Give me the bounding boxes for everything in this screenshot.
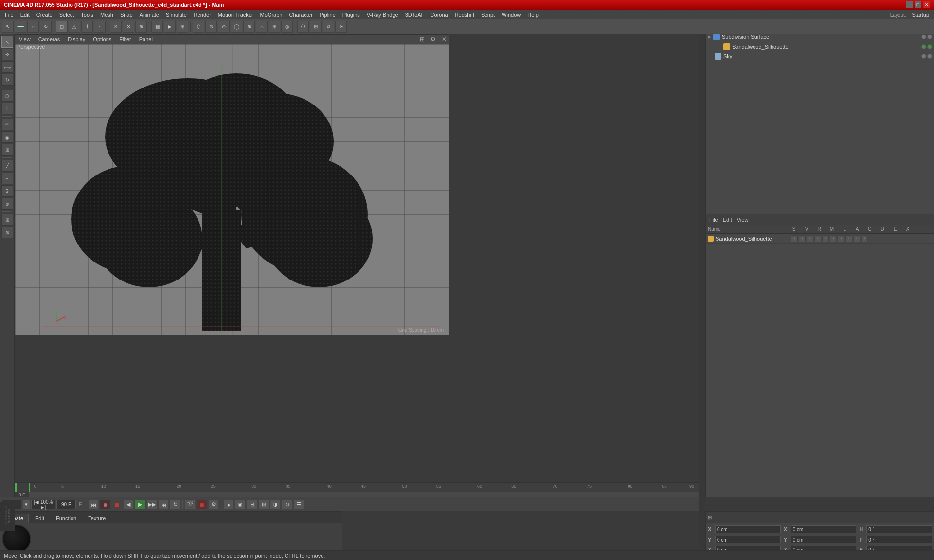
tab-function[interactable]: Function	[51, 514, 82, 523]
vis-dot-2[interactable]	[927, 35, 932, 39]
transport-key6[interactable]: ⊙	[282, 499, 292, 510]
toolbar-point-mode[interactable]: ·	[94, 21, 106, 33]
transport-render[interactable]: 🎬	[185, 499, 196, 510]
transport-go-start[interactable]: ⏮	[88, 499, 99, 510]
menu-mesh[interactable]: Mesh	[97, 11, 116, 18]
left-tool-spline[interactable]: ⌇	[1, 103, 13, 114]
left-tool-scale[interactable]: ⟺	[1, 61, 13, 73]
left-tool-3d[interactable]: ◉	[1, 131, 13, 143]
viewport-menu-view[interactable]: View	[17, 36, 33, 42]
menu-vray[interactable]: V-Ray Bridge	[364, 11, 401, 18]
object-row-sky[interactable]: Sky	[706, 52, 934, 61]
left-tool-paint[interactable]: ✏	[1, 119, 13, 130]
toolbar-rotate-tool[interactable]: ↻	[40, 21, 52, 33]
transport-go-end[interactable]: ⏭	[158, 499, 169, 510]
left-tool-poly[interactable]: ⬡	[1, 90, 13, 102]
viewport-menu-options[interactable]: Options	[91, 36, 113, 42]
transport-key[interactable]: ♦	[223, 499, 234, 510]
left-tool-s[interactable]: S	[1, 185, 13, 197]
coord-x-pos-input[interactable]: 0 cm	[715, 525, 781, 533]
attr-btn-r[interactable]: ·	[807, 235, 813, 242]
menu-render[interactable]: Render	[191, 11, 214, 18]
toolbar-snap-tool-3[interactable]: ⊕	[135, 21, 147, 33]
attr-btn-x[interactable]: ·	[861, 235, 868, 242]
toolbar-deformer[interactable]: ⌓	[256, 21, 268, 33]
coord-p-input[interactable]: 0 °	[866, 536, 932, 543]
toolbar-cube[interactable]: ⬡	[193, 21, 204, 33]
left-tool-move[interactable]: ✛	[1, 49, 13, 60]
toolbar-light[interactable]: ⊙	[218, 21, 230, 33]
menu-select[interactable]: Select	[56, 11, 77, 18]
toolbar-cursor-tool[interactable]: ↖	[2, 21, 14, 33]
vis-dot-4[interactable]	[927, 44, 932, 49]
menu-redshift[interactable]: Redshift	[452, 11, 477, 18]
transport-key3[interactable]: ⊞	[247, 499, 257, 510]
attr-btn-a[interactable]: ·	[830, 235, 837, 242]
menu-edit[interactable]: Edit	[18, 11, 33, 18]
layout-mode[interactable]: Startup	[909, 11, 932, 18]
toolbar-render-scene[interactable]: ⊞	[177, 21, 188, 33]
coord-y-pos-input[interactable]: 0 cm	[715, 536, 781, 543]
menu-mograph[interactable]: MoGraph	[257, 11, 286, 18]
vis-dot-1[interactable]	[921, 35, 926, 39]
attr-btn-s[interactable]: ·	[791, 235, 798, 242]
attr-row-sandalwood[interactable]: Sandalwood_Silhouette · · · · · · · · · …	[706, 234, 934, 244]
menu-simulate[interactable]: Simulate	[163, 11, 190, 18]
viewport-menu-panel[interactable]: Panel	[137, 36, 155, 42]
attr-btn-e[interactable]: ·	[853, 235, 860, 242]
timeline-ruler[interactable]: 0 5 10 15 20 25 30 35 40 45 50 55 60 65 …	[15, 483, 699, 492]
menu-help[interactable]: Help	[524, 11, 541, 18]
menu-tools[interactable]: Tools	[78, 11, 96, 18]
vis-dot-5[interactable]	[921, 54, 926, 59]
toolbar-layer[interactable]: ⧉	[323, 21, 334, 33]
toolbar-camera[interactable]: ⊙	[205, 21, 217, 33]
toolbar-floor[interactable]: ⊞	[269, 21, 280, 33]
attr-btn-m[interactable]: ·	[814, 235, 821, 242]
menu-3dtoall[interactable]: 3DToAll	[402, 11, 427, 18]
toolbar-render-region[interactable]: ▦	[151, 21, 163, 33]
toolbar-snap-tool[interactable]: ✕	[110, 21, 122, 33]
transport-step-back[interactable]: ◀	[123, 499, 134, 510]
toolbar-xpresso[interactable]: ⊞	[310, 21, 322, 33]
end-frame-field[interactable]: 90 F	[56, 500, 76, 509]
left-tool-uvw[interactable]: ⊞	[1, 144, 13, 156]
viewport-menu-filter[interactable]: Filter	[117, 36, 133, 42]
toolbar-edge-mode[interactable]: ⌇	[81, 21, 93, 33]
tab-texture[interactable]: Texture	[83, 514, 111, 523]
attr-menu-edit[interactable]: Edit	[721, 217, 734, 223]
menu-motion-tracker[interactable]: Motion Tracker	[215, 11, 256, 18]
transport-record[interactable]: ⏺	[100, 499, 110, 510]
transport-key7[interactable]: ☰	[293, 499, 304, 510]
menu-window[interactable]: Window	[499, 11, 523, 18]
menu-script[interactable]: Script	[478, 11, 498, 18]
menu-snap[interactable]: Snap	[117, 11, 136, 18]
left-tool-particles[interactable]: ⊛	[1, 227, 13, 238]
toolbar-timeline[interactable]: ⏱	[297, 21, 309, 33]
toolbar-enviro[interactable]: ◎	[281, 21, 293, 33]
transport-loop[interactable]: ↻	[170, 499, 180, 510]
viewport-maximize[interactable]: ⊞	[420, 36, 425, 43]
transport-key2[interactable]: ◉	[235, 499, 246, 510]
left-tool-selection[interactable]: ↖	[1, 36, 13, 48]
toolbar-render-view[interactable]: ▶	[164, 21, 176, 33]
close-button[interactable]: ✕	[923, 1, 930, 8]
menu-character[interactable]: Character	[286, 11, 315, 18]
tab-edit[interactable]: Edit	[30, 514, 50, 523]
menu-corona[interactable]: Corona	[428, 11, 451, 18]
attr-menu-file[interactable]: File	[708, 217, 719, 223]
viewport-close[interactable]: ✕	[442, 36, 447, 43]
toolbar-scale-tool[interactable]: ↔	[27, 21, 39, 33]
viewport-menu-cameras[interactable]: Cameras	[36, 36, 62, 42]
viewport-menu-display[interactable]: Display	[66, 36, 87, 42]
menu-plugins[interactable]: Plugins	[340, 11, 363, 18]
toolbar-boole[interactable]: ⊕	[243, 21, 255, 33]
left-tool-line[interactable]: ╱	[1, 160, 13, 172]
transport-key4[interactable]: ⊠	[258, 499, 269, 510]
toolbar-snap-tool-2[interactable]: ✕	[123, 21, 134, 33]
menu-create[interactable]: Create	[34, 11, 55, 18]
minimize-button[interactable]: —	[906, 1, 913, 8]
transport-play[interactable]: ▶	[135, 499, 145, 510]
attr-btn-v[interactable]: ·	[799, 235, 806, 242]
viewport-settings[interactable]: ⚙	[431, 36, 436, 43]
transport-key5[interactable]: ◑	[270, 499, 281, 510]
